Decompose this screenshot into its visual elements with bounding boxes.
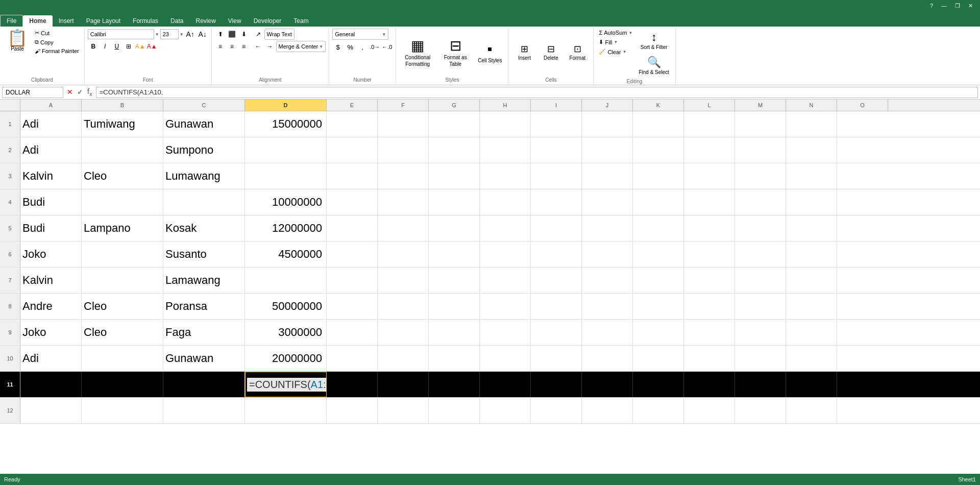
cut-button[interactable]: ✂ Cut — [33, 29, 81, 37]
confirm-formula-btn[interactable]: ✓ — [76, 88, 85, 96]
cell-h9[interactable] — [480, 320, 531, 345]
font-size-input[interactable] — [160, 29, 179, 39]
col-header-o[interactable]: O — [837, 100, 888, 111]
cell-a9[interactable]: Joko — [20, 320, 82, 345]
cell-j7[interactable] — [582, 268, 633, 293]
col-header-g[interactable]: G — [429, 100, 480, 111]
cell-g4[interactable] — [429, 189, 480, 215]
cell-e1[interactable] — [327, 111, 378, 137]
cell-d9[interactable]: 3000000 — [245, 320, 327, 345]
orientation-btn[interactable]: ↗ — [253, 29, 264, 40]
cell-j2[interactable] — [582, 137, 633, 163]
cell-c11[interactable] — [163, 372, 245, 397]
cell-f1[interactable] — [378, 111, 429, 137]
cell-d10[interactable]: 20000000 — [245, 346, 327, 371]
font-name-input[interactable] — [88, 29, 154, 39]
cell-b1[interactable]: Tumiwang — [82, 111, 163, 137]
cell-b4[interactable] — [82, 189, 163, 215]
cell-e12[interactable] — [327, 398, 378, 423]
cell-k3[interactable] — [633, 163, 684, 189]
find-select-button[interactable]: 🔍 Find & Select — [635, 54, 672, 78]
col-header-a[interactable]: A — [20, 100, 82, 111]
cell-b11[interactable] — [82, 372, 163, 397]
cell-d3[interactable] — [245, 163, 327, 189]
copy-button[interactable]: ⧉ Copy — [33, 38, 81, 46]
cell-i6[interactable] — [531, 241, 582, 267]
cell-e2[interactable] — [327, 137, 378, 163]
cell-d2[interactable] — [245, 137, 327, 163]
cell-i11[interactable] — [531, 372, 582, 397]
cell-a12[interactable] — [20, 398, 82, 423]
cell-f12[interactable] — [378, 398, 429, 423]
clear-arrow[interactable]: ▼ — [623, 50, 627, 54]
paste-button[interactable]: 📋 Paste — [3, 29, 32, 53]
cell-l3[interactable] — [684, 163, 735, 189]
cell-h7[interactable] — [480, 268, 531, 293]
cell-h3[interactable] — [480, 163, 531, 189]
cell-b10[interactable] — [82, 346, 163, 371]
cell-j1[interactable] — [582, 111, 633, 137]
cell-j9[interactable] — [582, 320, 633, 345]
cell-b3[interactable]: Cleo — [82, 163, 163, 189]
cell-m5[interactable] — [735, 215, 786, 241]
cell-n9[interactable] — [786, 320, 837, 345]
cell-g6[interactable] — [429, 241, 480, 267]
cell-b6[interactable] — [82, 241, 163, 267]
cell-m10[interactable] — [735, 346, 786, 371]
cell-f6[interactable] — [378, 241, 429, 267]
align-middle-btn[interactable]: ⬛ — [227, 29, 238, 40]
font-color-btn[interactable]: A▲ — [146, 41, 158, 52]
align-right-btn[interactable]: ≡ — [238, 41, 250, 52]
align-top-btn[interactable]: ⬆ — [215, 29, 226, 40]
col-header-d[interactable]: D — [245, 100, 327, 111]
cell-n10[interactable] — [786, 346, 837, 371]
cell-e4[interactable] — [327, 189, 378, 215]
cell-n7[interactable] — [786, 268, 837, 293]
cell-m11[interactable] — [735, 372, 786, 397]
col-header-m[interactable]: M — [735, 100, 786, 111]
cell-i8[interactable] — [531, 294, 582, 319]
cell-j8[interactable] — [582, 294, 633, 319]
cell-a5[interactable]: Budi — [20, 215, 82, 241]
formula-input[interactable] — [96, 87, 978, 98]
cell-i12[interactable] — [531, 398, 582, 423]
insert-button[interactable]: ⊞ Insert — [511, 41, 537, 63]
cell-c3[interactable]: Lumawang — [163, 163, 245, 189]
cell-a7[interactable]: Kalvin — [20, 268, 82, 293]
cell-m7[interactable] — [735, 268, 786, 293]
cell-h1[interactable] — [480, 111, 531, 137]
cell-d1[interactable]: 15000000 — [245, 111, 327, 137]
col-header-f[interactable]: F — [378, 100, 429, 111]
tab-file[interactable]: File — [0, 15, 23, 27]
cell-m9[interactable] — [735, 320, 786, 345]
cell-a6[interactable]: Joko — [20, 241, 82, 267]
autosum-arrow[interactable]: ▼ — [628, 31, 632, 35]
cell-b9[interactable]: Cleo — [82, 320, 163, 345]
cell-i7[interactable] — [531, 268, 582, 293]
cell-f7[interactable] — [378, 268, 429, 293]
fill-color-btn[interactable]: A▲ — [135, 41, 146, 52]
cell-g7[interactable] — [429, 268, 480, 293]
bold-button[interactable]: B — [88, 41, 99, 52]
cell-h8[interactable] — [480, 294, 531, 319]
col-header-e[interactable]: E — [327, 100, 378, 111]
cell-f8[interactable] — [378, 294, 429, 319]
col-header-c[interactable]: C — [163, 100, 245, 111]
cell-c2[interactable]: Sumpono — [163, 137, 245, 163]
cell-g8[interactable] — [429, 294, 480, 319]
fill-arrow[interactable]: ▼ — [614, 40, 618, 44]
number-format-box[interactable]: General ▼ — [332, 29, 388, 40]
cell-k11[interactable] — [633, 372, 684, 397]
cell-j6[interactable] — [582, 241, 633, 267]
cell-d4[interactable]: 10000000 — [245, 189, 327, 215]
col-header-l[interactable]: L — [684, 100, 735, 111]
decrease-font-btn[interactable]: A↓ — [197, 29, 208, 40]
cell-m3[interactable] — [735, 163, 786, 189]
tab-insert[interactable]: Insert — [53, 15, 80, 27]
cell-e5[interactable] — [327, 215, 378, 241]
cell-e6[interactable] — [327, 241, 378, 267]
font-name-dropdown-arrow[interactable]: ▼ — [155, 32, 159, 37]
currency-btn[interactable]: $ — [332, 41, 344, 53]
increase-decimal-btn[interactable]: .0→ — [369, 41, 380, 53]
tab-page-layout[interactable]: Page Layout — [80, 15, 127, 27]
